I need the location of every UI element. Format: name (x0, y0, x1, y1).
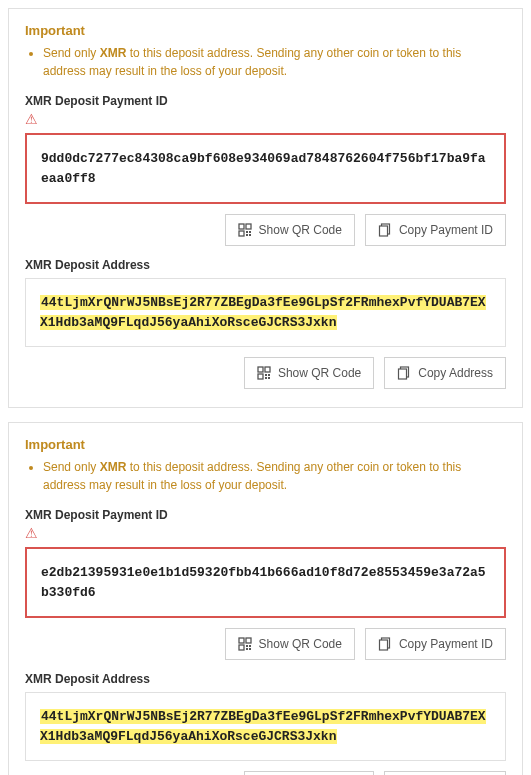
copy-icon (378, 637, 392, 651)
address-label: XMR Deposit Address (25, 258, 150, 272)
copy-payment-id-button[interactable]: Copy Payment ID (365, 214, 506, 246)
address-button-row: Show QR Code Copy Address (25, 357, 506, 389)
copy-address-button[interactable]: Copy Address (384, 771, 506, 775)
qr-code-icon (238, 637, 252, 651)
payment-id-label-row: XMR Deposit Payment ID (25, 508, 506, 522)
show-qr-label: Show QR Code (259, 637, 342, 651)
show-qr-label: Show QR Code (259, 223, 342, 237)
warning-coin: XMR (100, 46, 127, 60)
payment-id-value: e2db21395931e0e1b1d59320fbb41b666ad10f8d… (41, 565, 486, 600)
copy-icon (397, 366, 411, 380)
address-label-row: XMR Deposit Address (25, 672, 506, 686)
deposit-panel: Important Send only XMR to this deposit … (8, 422, 523, 775)
warning-item: Send only XMR to this deposit address. S… (43, 44, 506, 80)
payment-id-button-row: Show QR Code Copy Payment ID (25, 628, 506, 660)
address-label: XMR Deposit Address (25, 672, 150, 686)
show-qr-code-button[interactable]: Show QR Code (244, 771, 374, 775)
warning-prefix: Send only (43, 460, 100, 474)
payment-id-label-row: XMR Deposit Payment ID (25, 94, 506, 108)
payment-id-box: e2db21395931e0e1b1d59320fbb41b666ad10f8d… (25, 547, 506, 618)
warning-coin: XMR (100, 460, 127, 474)
show-qr-code-button[interactable]: Show QR Code (244, 357, 374, 389)
address-box: 44tLjmXrQNrWJ5NBsEj2R77ZBEgDa3fEe9GLpSf2… (25, 278, 506, 347)
warning-triangle-icon: ⚠ (25, 112, 38, 126)
copy-addr-label: Copy Address (418, 366, 493, 380)
address-value: 44tLjmXrQNrWJ5NBsEj2R77ZBEgDa3fEe9GLpSf2… (40, 709, 486, 744)
warning-list: Send only XMR to this deposit address. S… (25, 44, 506, 80)
warning-triangle-icon: ⚠ (25, 526, 38, 540)
qr-code-icon (257, 366, 271, 380)
copy-icon (378, 223, 392, 237)
payment-id-box: 9dd0dc7277ec84308ca9bf608e934069ad784876… (25, 133, 506, 204)
copy-address-button[interactable]: Copy Address (384, 357, 506, 389)
address-value: 44tLjmXrQNrWJ5NBsEj2R77ZBEgDa3fEe9GLpSf2… (40, 295, 486, 330)
address-label-row: XMR Deposit Address (25, 258, 506, 272)
qr-code-icon (238, 223, 252, 237)
copy-payment-id-button[interactable]: Copy Payment ID (365, 628, 506, 660)
address-button-row: Show QR Code Copy Address (25, 771, 506, 775)
copy-id-label: Copy Payment ID (399, 637, 493, 651)
copy-id-label: Copy Payment ID (399, 223, 493, 237)
show-qr-code-button[interactable]: Show QR Code (225, 214, 355, 246)
important-heading: Important (25, 23, 506, 38)
payment-id-value: 9dd0dc7277ec84308ca9bf608e934069ad784876… (41, 151, 486, 186)
important-heading: Important (25, 437, 506, 452)
deposit-panel: Important Send only XMR to this deposit … (8, 8, 523, 408)
address-box: 44tLjmXrQNrWJ5NBsEj2R77ZBEgDa3fEe9GLpSf2… (25, 692, 506, 761)
show-qr-label: Show QR Code (278, 366, 361, 380)
warning-item: Send only XMR to this deposit address. S… (43, 458, 506, 494)
payment-id-label: XMR Deposit Payment ID (25, 508, 168, 522)
show-qr-code-button[interactable]: Show QR Code (225, 628, 355, 660)
warning-prefix: Send only (43, 46, 100, 60)
payment-id-label: XMR Deposit Payment ID (25, 94, 168, 108)
payment-id-button-row: Show QR Code Copy Payment ID (25, 214, 506, 246)
warning-list: Send only XMR to this deposit address. S… (25, 458, 506, 494)
